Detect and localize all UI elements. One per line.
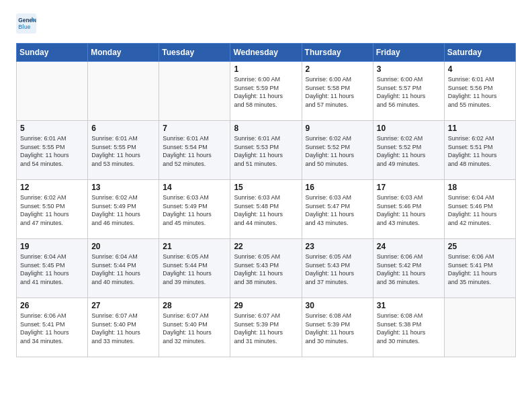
day-number: 12	[20, 183, 84, 192]
day-info: Sunrise: 6:01 AM Sunset: 5:54 PM Dayligh…	[163, 134, 226, 168]
day-info: Sunrise: 6:06 AM Sunset: 5:41 PM Dayligh…	[448, 253, 512, 286]
logo-icon: General Blue	[16, 13, 36, 34]
day-info: Sunrise: 6:03 AM Sunset: 5:48 PM Dayligh…	[234, 193, 298, 227]
calendar-week-row: 5Sunrise: 6:01 AM Sunset: 5:55 PM Daylig…	[17, 121, 516, 180]
day-info: Sunrise: 6:06 AM Sunset: 5:41 PM Dayligh…	[20, 312, 84, 345]
day-info: Sunrise: 6:06 AM Sunset: 5:42 PM Dayligh…	[377, 253, 441, 286]
calendar-cell: 4Sunrise: 6:01 AM Sunset: 5:56 PM Daylig…	[444, 62, 515, 121]
day-info: Sunrise: 6:08 AM Sunset: 5:39 PM Dayligh…	[306, 312, 369, 345]
calendar-cell: 24Sunrise: 6:06 AM Sunset: 5:42 PM Dayli…	[373, 239, 444, 298]
weekday-header-wednesday: Wednesday	[230, 44, 302, 62]
day-info: Sunrise: 6:05 AM Sunset: 5:43 PM Dayligh…	[306, 253, 369, 286]
day-info: Sunrise: 6:01 AM Sunset: 5:55 PM Dayligh…	[20, 134, 84, 168]
calendar-cell: 2Sunrise: 6:00 AM Sunset: 5:58 PM Daylig…	[302, 62, 373, 121]
day-info: Sunrise: 6:03 AM Sunset: 5:47 PM Dayligh…	[306, 193, 369, 227]
calendar-week-row: 12Sunrise: 6:02 AM Sunset: 5:50 PM Dayli…	[17, 180, 516, 239]
day-number: 8	[234, 124, 298, 133]
day-info: Sunrise: 6:02 AM Sunset: 5:52 PM Dayligh…	[306, 134, 369, 168]
calendar-cell: 8Sunrise: 6:01 AM Sunset: 5:53 PM Daylig…	[230, 121, 302, 180]
day-number: 24	[377, 242, 441, 251]
day-number: 5	[20, 124, 84, 133]
day-info: Sunrise: 6:02 AM Sunset: 5:50 PM Dayligh…	[20, 193, 84, 227]
day-info: Sunrise: 6:03 AM Sunset: 5:46 PM Dayligh…	[377, 193, 441, 227]
day-info: Sunrise: 6:05 AM Sunset: 5:44 PM Dayligh…	[163, 253, 226, 286]
calendar-week-row: 19Sunrise: 6:04 AM Sunset: 5:45 PM Dayli…	[17, 239, 516, 298]
calendar-cell: 25Sunrise: 6:06 AM Sunset: 5:41 PM Dayli…	[444, 239, 515, 298]
day-number: 25	[448, 242, 512, 251]
day-info: Sunrise: 6:00 AM Sunset: 5:58 PM Dayligh…	[306, 75, 369, 109]
weekday-header-saturday: Saturday	[444, 44, 515, 62]
calendar-cell: 19Sunrise: 6:04 AM Sunset: 5:45 PM Dayli…	[17, 239, 88, 298]
calendar-cell: 17Sunrise: 6:03 AM Sunset: 5:46 PM Dayli…	[373, 180, 444, 239]
day-number: 15	[234, 183, 298, 192]
calendar-page: General Blue SundayMondayTuesdayWednesda…	[0, 0, 532, 371]
calendar-cell: 20Sunrise: 6:04 AM Sunset: 5:44 PM Dayli…	[88, 239, 159, 298]
calendar-cell: 21Sunrise: 6:05 AM Sunset: 5:44 PM Dayli…	[159, 239, 230, 298]
calendar-cell: 10Sunrise: 6:02 AM Sunset: 5:52 PM Dayli…	[373, 121, 444, 180]
weekday-header-friday: Friday	[373, 44, 444, 62]
calendar-cell: 15Sunrise: 6:03 AM Sunset: 5:48 PM Dayli…	[230, 180, 302, 239]
day-info: Sunrise: 6:02 AM Sunset: 5:52 PM Dayligh…	[377, 134, 441, 168]
svg-text:Blue: Blue	[18, 24, 30, 30]
day-info: Sunrise: 6:00 AM Sunset: 5:57 PM Dayligh…	[377, 75, 441, 109]
calendar-cell: 12Sunrise: 6:02 AM Sunset: 5:50 PM Dayli…	[17, 180, 88, 239]
day-number: 7	[163, 124, 226, 133]
calendar-cell	[159, 62, 230, 121]
calendar-body: 1Sunrise: 6:00 AM Sunset: 5:59 PM Daylig…	[17, 62, 516, 357]
weekday-header-tuesday: Tuesday	[159, 44, 230, 62]
logo: General Blue	[16, 13, 40, 34]
day-info: Sunrise: 6:04 AM Sunset: 5:46 PM Dayligh…	[448, 193, 512, 227]
day-number: 9	[306, 124, 369, 133]
day-number: 19	[20, 242, 84, 251]
day-info: Sunrise: 6:08 AM Sunset: 5:38 PM Dayligh…	[377, 312, 441, 345]
calendar-cell: 11Sunrise: 6:02 AM Sunset: 5:51 PM Dayli…	[444, 121, 515, 180]
day-number: 31	[377, 301, 441, 310]
calendar-cell: 23Sunrise: 6:05 AM Sunset: 5:43 PM Dayli…	[302, 239, 373, 298]
calendar-cell: 6Sunrise: 6:01 AM Sunset: 5:55 PM Daylig…	[88, 121, 159, 180]
calendar-cell: 5Sunrise: 6:01 AM Sunset: 5:55 PM Daylig…	[17, 121, 88, 180]
calendar-cell: 14Sunrise: 6:03 AM Sunset: 5:49 PM Dayli…	[159, 180, 230, 239]
day-number: 18	[448, 183, 512, 192]
calendar-cell: 22Sunrise: 6:05 AM Sunset: 5:43 PM Dayli…	[230, 239, 302, 298]
day-number: 30	[306, 301, 369, 310]
day-info: Sunrise: 6:02 AM Sunset: 5:49 PM Dayligh…	[91, 193, 155, 227]
day-number: 27	[91, 301, 155, 310]
calendar-cell: 29Sunrise: 6:07 AM Sunset: 5:39 PM Dayli…	[230, 298, 302, 357]
calendar-cell: 30Sunrise: 6:08 AM Sunset: 5:39 PM Dayli…	[302, 298, 373, 357]
day-info: Sunrise: 6:07 AM Sunset: 5:40 PM Dayligh…	[91, 312, 155, 345]
weekday-header-thursday: Thursday	[302, 44, 373, 62]
calendar-cell: 31Sunrise: 6:08 AM Sunset: 5:38 PM Dayli…	[373, 298, 444, 357]
day-number: 16	[306, 183, 369, 192]
day-number: 1	[234, 64, 298, 74]
calendar-cell: 13Sunrise: 6:02 AM Sunset: 5:49 PM Dayli…	[88, 180, 159, 239]
day-number: 29	[234, 301, 298, 310]
calendar-cell: 27Sunrise: 6:07 AM Sunset: 5:40 PM Dayli…	[88, 298, 159, 357]
day-number: 13	[91, 183, 155, 192]
calendar-cell: 3Sunrise: 6:00 AM Sunset: 5:57 PM Daylig…	[373, 62, 444, 121]
day-number: 26	[20, 301, 84, 310]
page-header: General Blue	[16, 13, 516, 34]
day-info: Sunrise: 6:01 AM Sunset: 5:53 PM Dayligh…	[234, 134, 298, 168]
calendar-cell	[444, 298, 515, 357]
calendar-cell: 18Sunrise: 6:04 AM Sunset: 5:46 PM Dayli…	[444, 180, 515, 239]
day-info: Sunrise: 6:00 AM Sunset: 5:59 PM Dayligh…	[234, 75, 298, 109]
calendar-table: SundayMondayTuesdayWednesdayThursdayFrid…	[16, 43, 516, 357]
calendar-cell: 7Sunrise: 6:01 AM Sunset: 5:54 PM Daylig…	[159, 121, 230, 180]
day-info: Sunrise: 6:03 AM Sunset: 5:49 PM Dayligh…	[163, 193, 226, 227]
day-info: Sunrise: 6:04 AM Sunset: 5:45 PM Dayligh…	[20, 253, 84, 286]
calendar-cell	[88, 62, 159, 121]
day-number: 10	[377, 124, 441, 133]
day-info: Sunrise: 6:05 AM Sunset: 5:43 PM Dayligh…	[234, 253, 298, 286]
calendar-cell	[17, 62, 88, 121]
day-info: Sunrise: 6:01 AM Sunset: 5:55 PM Dayligh…	[91, 134, 155, 168]
calendar-cell: 9Sunrise: 6:02 AM Sunset: 5:52 PM Daylig…	[302, 121, 373, 180]
day-number: 20	[91, 242, 155, 251]
day-info: Sunrise: 6:04 AM Sunset: 5:44 PM Dayligh…	[91, 253, 155, 286]
calendar-cell: 1Sunrise: 6:00 AM Sunset: 5:59 PM Daylig…	[230, 62, 302, 121]
day-number: 3	[377, 64, 441, 74]
day-info: Sunrise: 6:02 AM Sunset: 5:51 PM Dayligh…	[448, 134, 512, 168]
day-number: 6	[91, 124, 155, 133]
calendar-header-row: SundayMondayTuesdayWednesdayThursdayFrid…	[17, 44, 516, 62]
calendar-cell: 16Sunrise: 6:03 AM Sunset: 5:47 PM Dayli…	[302, 180, 373, 239]
weekday-header-sunday: Sunday	[17, 44, 88, 62]
